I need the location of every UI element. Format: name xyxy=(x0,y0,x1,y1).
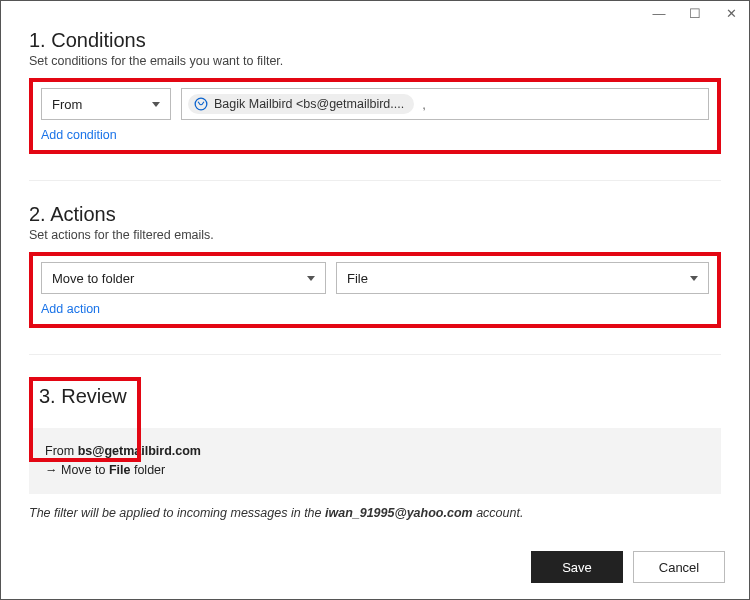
action-folder-dropdown[interactable]: File xyxy=(336,262,709,294)
review-move-suffix: folder xyxy=(130,463,165,477)
window-controls: — ☐ ✕ xyxy=(641,1,749,25)
action-folder-value: File xyxy=(347,271,368,286)
add-action-link[interactable]: Add action xyxy=(41,302,100,316)
review-highlight: 3. Review xyxy=(29,377,141,462)
review-folder-name: File xyxy=(109,463,131,477)
dialog-button-row: Save Cancel xyxy=(531,551,725,583)
action-type-dropdown[interactable]: Move to folder xyxy=(41,262,326,294)
review-from-line: From bs@getmailbird.com xyxy=(45,442,705,461)
footnote: The filter will be applied to incoming m… xyxy=(29,506,721,520)
conditions-highlight: From Bagik Mailbird <bs@getmailbird.... … xyxy=(29,78,721,154)
review-move-prefix: → Move to xyxy=(45,463,109,477)
cancel-button[interactable]: Cancel xyxy=(633,551,725,583)
svg-point-0 xyxy=(195,98,207,110)
conditions-heading: 1. Conditions xyxy=(29,29,721,52)
condition-value-input[interactable]: Bagik Mailbird <bs@getmailbird.... , xyxy=(181,88,709,120)
close-button[interactable]: ✕ xyxy=(713,1,749,25)
condition-row: From Bagik Mailbird <bs@getmailbird.... … xyxy=(41,88,709,120)
maximize-button[interactable]: ☐ xyxy=(677,1,713,25)
condition-field-dropdown[interactable]: From xyxy=(41,88,171,120)
footnote-suffix: account. xyxy=(473,506,524,520)
actions-subtitle: Set actions for the filtered emails. xyxy=(29,228,721,242)
save-button[interactable]: Save xyxy=(531,551,623,583)
footnote-prefix: The filter will be applied to incoming m… xyxy=(29,506,325,520)
action-type-value: Move to folder xyxy=(52,271,134,286)
chevron-down-icon xyxy=(307,276,315,281)
action-row: Move to folder File xyxy=(41,262,709,294)
actions-section: 2. Actions Set actions for the filtered … xyxy=(29,203,721,328)
divider xyxy=(29,180,721,181)
minimize-button[interactable]: — xyxy=(641,1,677,25)
review-heading: 3. Review xyxy=(39,385,127,408)
mailbird-icon xyxy=(194,97,208,111)
divider xyxy=(29,354,721,355)
review-move-line: → Move to File folder xyxy=(45,461,705,480)
review-section: 3. Review From bs@getmailbird.com → Move… xyxy=(29,377,721,520)
chip-separator: , xyxy=(420,97,426,112)
actions-highlight: Move to folder File Add action xyxy=(29,252,721,328)
recipient-chip-label: Bagik Mailbird <bs@getmailbird.... xyxy=(214,97,404,111)
footnote-account: iwan_91995@yahoo.com xyxy=(325,506,473,520)
add-condition-link[interactable]: Add condition xyxy=(41,128,117,142)
recipient-chip[interactable]: Bagik Mailbird <bs@getmailbird.... xyxy=(188,94,414,114)
actions-heading: 2. Actions xyxy=(29,203,721,226)
chevron-down-icon xyxy=(152,102,160,107)
chevron-down-icon xyxy=(690,276,698,281)
dialog-content: 1. Conditions Set conditions for the ema… xyxy=(1,1,749,548)
conditions-subtitle: Set conditions for the emails you want t… xyxy=(29,54,721,68)
conditions-section: 1. Conditions Set conditions for the ema… xyxy=(29,29,721,154)
condition-field-value: From xyxy=(52,97,82,112)
